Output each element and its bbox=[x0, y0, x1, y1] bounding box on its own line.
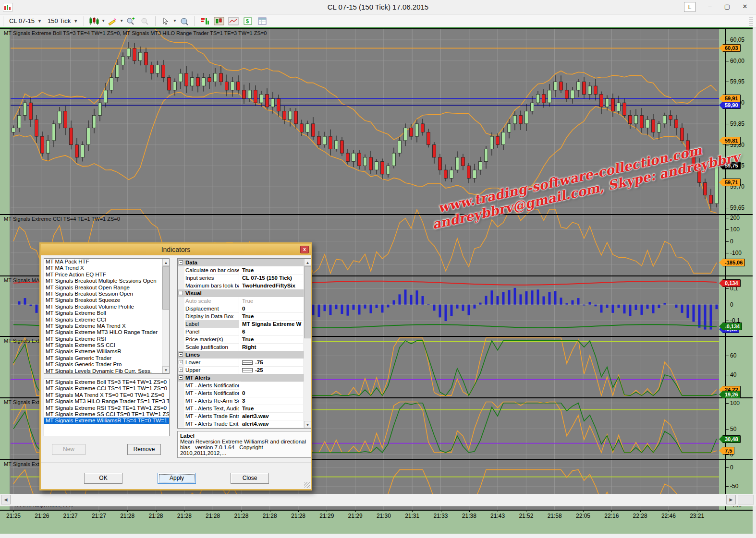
maximize-button[interactable]: ▢ bbox=[719, 2, 735, 12]
scroll-up-icon[interactable]: ▲ bbox=[162, 259, 170, 266]
properties-grid[interactable]: ▲ ▼ −DataCalculate on bar closeTrueInput… bbox=[177, 258, 311, 429]
new-button[interactable]: New bbox=[52, 444, 85, 455]
data-box-icon[interactable] bbox=[178, 16, 190, 26]
indicator-list-item[interactable]: MT Signals Generic Trader bbox=[44, 355, 169, 361]
scroll-down-icon[interactable]: ▼ bbox=[162, 366, 170, 373]
grid-section[interactable]: −Data bbox=[178, 259, 304, 266]
grid-panel-icon[interactable] bbox=[256, 16, 268, 26]
link-button[interactable]: L bbox=[684, 2, 695, 12]
grid-section[interactable]: −Visual bbox=[178, 289, 304, 297]
grid-row[interactable]: MT - Alerts Notificatior0 bbox=[178, 389, 304, 397]
expand-icon[interactable]: + bbox=[179, 360, 183, 364]
cursor-icon[interactable] bbox=[160, 16, 171, 26]
grid-section[interactable]: −Lines bbox=[178, 351, 304, 359]
configured-indicator-item[interactable]: MT Signals Extreme Boll TS=3 TE=4 TW=1 Z… bbox=[44, 379, 169, 385]
indicator-list-item[interactable]: MT Signals Breakout Open Range bbox=[44, 285, 169, 291]
toolbar-grip[interactable] bbox=[749, 17, 753, 26]
grid-row-value[interactable]: 6 bbox=[241, 328, 303, 336]
grid-row-value[interactable]: True bbox=[241, 297, 303, 305]
grid-row[interactable]: MT - Alerts Notificatior bbox=[178, 382, 304, 389]
indicator-list-item[interactable]: MT Signals Breakout Squeeze bbox=[44, 297, 169, 303]
grid-row-value[interactable]: -75 bbox=[241, 359, 303, 367]
indicator-list-item[interactable]: MT Signals Breakout Multiple Sessions Op… bbox=[44, 278, 169, 284]
indicator-list-item[interactable]: MT Signals Generic Trader Pro bbox=[44, 361, 169, 368]
order-panel-icon[interactable] bbox=[199, 16, 210, 26]
grid-row[interactable]: Calculate on bar closeTrue bbox=[178, 266, 304, 274]
indicator-list-item[interactable]: MT MA Trend X bbox=[44, 265, 169, 271]
close-button[interactable]: ✕ bbox=[737, 2, 753, 12]
grid-row-value[interactable]: 0 bbox=[241, 305, 303, 313]
grid-scrollbar[interactable]: ▲ ▼ bbox=[304, 259, 311, 428]
scroll-thumb[interactable] bbox=[162, 266, 170, 310]
grid-row[interactable]: +Lower-75 bbox=[178, 359, 304, 366]
indicator-list-item[interactable]: MT Price Action EQ HTF bbox=[44, 272, 169, 278]
chevron-down-icon[interactable]: ▼ bbox=[120, 19, 123, 23]
close-dialog-button[interactable]: Close bbox=[231, 473, 269, 484]
indicator-list-item[interactable]: MT Signals Extreme Boll bbox=[44, 310, 169, 316]
grid-row-value[interactable]: -25 bbox=[241, 366, 303, 374]
scroll-up-icon[interactable]: ▲ bbox=[304, 259, 311, 266]
grid-row-value[interactable] bbox=[241, 382, 303, 382]
grid-row-value[interactable]: CL 07-15 (150 Tick) bbox=[241, 274, 303, 282]
grid-row[interactable]: Display in Data BoxTrue bbox=[178, 312, 304, 320]
indicator-list-item[interactable]: MT Signals Breakout Session Open bbox=[44, 291, 169, 297]
remove-button[interactable]: Remove bbox=[127, 444, 161, 455]
panel-separator[interactable] bbox=[0, 28, 753, 29]
instrument-selector[interactable]: CL 07-15 ▼ bbox=[6, 17, 45, 24]
configured-indicator-item[interactable]: MT Signals Extreme SS CCI TS=8 TE=1 TW=1… bbox=[44, 411, 169, 418]
configured-indicator-item[interactable]: MT Signals Extreme RSI TS=2 TE=1 TW=1 ZS… bbox=[44, 405, 169, 411]
scroll-right-button[interactable]: ▶ bbox=[726, 495, 736, 504]
grid-row[interactable]: +Upper-25 bbox=[178, 366, 304, 374]
chevron-down-icon[interactable]: ▼ bbox=[101, 19, 105, 23]
scrollbar-corner-button[interactable] bbox=[738, 495, 754, 504]
grid-row[interactable]: LabelMT Signals Extreme W bbox=[178, 320, 304, 328]
dialog-title[interactable]: Indicators bbox=[41, 244, 311, 255]
line-style-swatch[interactable] bbox=[242, 360, 253, 365]
minimize-button[interactable]: – bbox=[702, 2, 718, 12]
grid-row[interactable]: Maximum bars look baTwoHundredFiftySix bbox=[178, 282, 304, 289]
horizontal-scrollbar[interactable]: ◀ ▶ bbox=[0, 494, 756, 506]
indicator-list-item[interactable]: MT Signals Extreme CCI bbox=[44, 317, 169, 323]
grid-section[interactable]: −MT Alerts bbox=[178, 374, 304, 382]
zoom-out-icon[interactable] bbox=[139, 16, 151, 26]
grid-row[interactable]: Auto scaleTrue bbox=[178, 297, 304, 305]
grid-row-value[interactable]: MT Signals Extreme W bbox=[241, 320, 303, 328]
grid-row[interactable]: MT - Alerts Re-Arm Se3 bbox=[178, 397, 304, 405]
indicator-list-item[interactable]: MT Signals Breakout Volume Profile bbox=[44, 304, 169, 310]
ok-button[interactable]: OK bbox=[84, 473, 122, 484]
indicator-list-item[interactable]: MT Signals Extreme RSI bbox=[44, 336, 169, 342]
grid-row[interactable]: MT - Alerts Trade Exitalert4.wav bbox=[178, 420, 304, 428]
grid-row-value[interactable]: Right bbox=[241, 343, 303, 351]
interval-selector[interactable]: 150 Tick ▼ bbox=[45, 17, 81, 24]
grid-row[interactable]: Scale justificationRight bbox=[178, 343, 304, 351]
collapse-icon[interactable]: − bbox=[179, 291, 183, 295]
scroll-thumb[interactable] bbox=[304, 266, 311, 338]
grid-row-value[interactable]: 3 bbox=[241, 397, 303, 405]
configured-indicator-item[interactable]: MT Signals Extreme CCI TS=4 TE=1 TW=1 ZS… bbox=[44, 385, 169, 392]
grid-row-value[interactable]: True bbox=[241, 335, 303, 344]
configured-indicator-item[interactable]: MT Signals MT3 HILO Range Trader TS=1 TE… bbox=[44, 398, 169, 405]
grid-row[interactable]: Price marker(s)True bbox=[178, 335, 304, 343]
grid-row-value[interactable]: True bbox=[241, 312, 303, 321]
dollar-icon[interactable]: $ bbox=[242, 16, 254, 26]
grid-row-value[interactable]: 0 bbox=[241, 389, 303, 397]
grid-row[interactable]: Displacement0 bbox=[178, 305, 304, 312]
chevron-down-icon[interactable]: ▼ bbox=[173, 19, 177, 23]
configured-indicator-item[interactable]: MT Signals MA Trend X TS=0 TE=0 TW=1 ZS=… bbox=[44, 392, 169, 398]
indicator-list-item[interactable]: MT Signals Extreme WilliamsR bbox=[44, 348, 169, 355]
chart-style-icon[interactable] bbox=[88, 16, 100, 26]
scroll-left-button[interactable]: ◀ bbox=[1, 495, 11, 504]
grid-row[interactable]: Panel6 bbox=[178, 328, 304, 335]
available-indicators-list[interactable]: ▲ ▼ MT MA Pack HTFMT MA Trend XMT Price … bbox=[44, 258, 170, 374]
grid-row-value[interactable]: True bbox=[241, 266, 303, 275]
grid-row-value[interactable]: TwoHundredFiftySix bbox=[241, 282, 303, 290]
chart-trader-icon[interactable] bbox=[213, 16, 225, 26]
apply-button[interactable]: Apply bbox=[158, 473, 196, 484]
resize-grip[interactable] bbox=[304, 482, 310, 488]
collapse-icon[interactable]: − bbox=[179, 375, 183, 380]
line-style-swatch[interactable] bbox=[242, 368, 253, 372]
scroll-down-icon[interactable]: ▼ bbox=[304, 421, 311, 428]
indicator-list-item[interactable]: MT Signals Extreme MT3 HILO Range Trader bbox=[44, 329, 169, 335]
grid-row[interactable]: MT - Alerts Text, AudicTrue bbox=[178, 405, 304, 412]
available-list-scrollbar[interactable]: ▲ ▼ bbox=[162, 259, 169, 373]
